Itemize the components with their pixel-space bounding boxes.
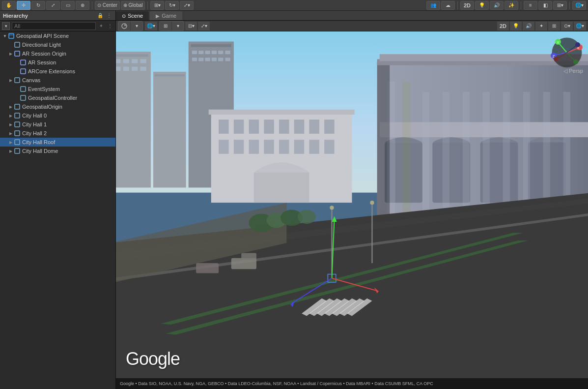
tree-item-ar-session-origin[interactable]: ▶ AR Session Origin — [0, 49, 115, 58]
svg-rect-52 — [324, 120, 334, 134]
tree-item-canvas[interactable]: ▶ Canvas — [0, 76, 115, 85]
snap-rotate-btn[interactable]: ↻▾ — [165, 1, 179, 10]
tree-icon-canvas — [14, 77, 21, 84]
grid-snap-btn[interactable]: ⊟▾ — [185, 22, 197, 30]
google-watermark: Google — [126, 349, 180, 369]
svg-point-112 — [330, 206, 334, 209]
scene-tab-icon: ⊙ — [122, 13, 126, 19]
svg-text:Y: Y — [557, 40, 560, 45]
viewport-area: ⊙ Scene ▶ Game ▾ 🌐▾ ⊞ — [116, 11, 588, 389]
scene-aspect-btn[interactable]: 🌐▾ — [574, 22, 586, 30]
hierarchy-search-icon-btn[interactable]: ▾ — [2, 22, 10, 30]
svg-rect-25 — [132, 67, 138, 71]
tree-item-geospatialorigin[interactable]: ▶ GeospatialOrigin — [0, 102, 115, 111]
transform-mode-btn[interactable]: ⊞ — [160, 22, 171, 30]
scene-fx-btn[interactable]: ✦ — [535, 22, 547, 30]
globe-overlay-btn[interactable]: 🌐▾ — [145, 22, 157, 30]
collab-btn[interactable]: 👥 — [426, 1, 440, 10]
tree-label-eventsystem: EventSystem — [28, 86, 60, 92]
scene-tab[interactable]: ⊙ Scene — [116, 11, 149, 20]
toolbar-sep-1 — [92, 1, 92, 9]
tree-item-eventsystem[interactable]: ▶ EventSystem — [0, 85, 115, 93]
svg-rect-44 — [209, 110, 355, 115]
hierarchy-search-input[interactable] — [12, 22, 96, 30]
tree-arrow-ar-origin: ▶ — [8, 51, 14, 57]
audio-btn[interactable]: 🔊 — [490, 1, 504, 10]
tree-item-geospatialcontroller[interactable]: ▶ GeospatialController — [0, 93, 115, 102]
snap-scale-btn[interactable]: ⤢▾ — [180, 1, 194, 10]
hierarchy-lock-btn[interactable]: 🔒 — [97, 12, 104, 19]
scale-tool-btn[interactable]: ⤢ — [46, 1, 60, 10]
tree-arrow-chdome: ▶ — [8, 148, 14, 154]
pivot-btn[interactable]: ⊙ Center — [95, 1, 120, 10]
overlay-btn[interactable]: ◧ — [538, 1, 552, 10]
shading-dropdown-btn[interactable]: ▾ — [131, 22, 142, 30]
shading-mode-btn[interactable] — [118, 22, 130, 30]
hand-tool-btn[interactable]: ✋ — [2, 1, 16, 10]
shading-group: ▾ — [118, 21, 143, 31]
cloud-btn[interactable]: ☁ — [441, 1, 455, 10]
global-btn[interactable]: ⊕ Global — [121, 1, 145, 10]
hierarchy-more-btn[interactable]: ⋮ — [106, 12, 112, 19]
svg-rect-6 — [15, 78, 20, 83]
svg-rect-30 — [191, 44, 231, 47]
viewport-tabs: ⊙ Scene ▶ Game — [116, 11, 588, 21]
tree-icon-ar-origin — [14, 50, 21, 57]
scene-toolbar-right: 2D 💡 🔊 ✦ ⊞ ⊙▾ 🌐▾ — [497, 22, 586, 30]
game-tab[interactable]: ▶ Game — [150, 11, 182, 20]
tree-item-city-hall-dome[interactable]: ▶ City Hall Dome — [0, 147, 115, 155]
lighting-btn[interactable]: 💡 — [475, 1, 489, 10]
effects-btn[interactable]: ✨ — [504, 1, 518, 10]
move-tool-btn[interactable]: ✛ — [17, 1, 30, 10]
scene-lighting-btn[interactable]: 💡 — [510, 22, 522, 30]
tree-label-canvas: Canvas — [22, 77, 40, 83]
svg-rect-39 — [205, 58, 210, 61]
viewport-size-btn[interactable]: ⤢▾ — [198, 22, 210, 30]
2d-btn[interactable]: 2D — [460, 1, 474, 10]
svg-point-137 — [575, 42, 580, 47]
svg-rect-32 — [198, 51, 203, 54]
scene-audio-btn[interactable]: 🔊 — [523, 22, 534, 30]
tree-label-dirlight: Directional Light — [22, 42, 61, 48]
svg-rect-110 — [196, 263, 219, 273]
svg-marker-119 — [332, 216, 337, 222]
top-toolbar: ✋ ✛ ↻ ⤢ ▭ ⊕ ⊙ Center ⊕ Global ⊞▾ ↻▾ ⤢▾ 👥… — [0, 0, 588, 11]
gizmos-btn[interactable]: ⊞▾ — [553, 1, 567, 10]
svg-rect-45 — [219, 120, 228, 134]
tree-item-city-hall-1[interactable]: ▶ City Hall 1 — [0, 120, 115, 129]
tree-arrow-geoorigin: ▶ — [8, 104, 14, 110]
viewport-canvas[interactable]: X Y Z — [116, 31, 588, 389]
hierarchy-more2-btn[interactable]: ⋮ — [107, 23, 113, 30]
tree-item-city-hall-roof[interactable]: ▶ City Hall Roof — [0, 138, 115, 147]
tree-item-city-hall-0[interactable]: ▶ City Hall 0 — [0, 111, 115, 120]
tree-icon-chroof — [14, 139, 21, 146]
svg-rect-2 — [15, 42, 20, 47]
tree-item-arcore-extensions[interactable]: ▶ ARCore Extensions — [0, 67, 115, 76]
svg-rect-33 — [205, 51, 210, 54]
svg-rect-18 — [116, 54, 148, 57]
2d-toggle-btn[interactable]: 2D — [497, 22, 509, 30]
scene-grid-btn[interactable]: ⊞ — [548, 22, 560, 30]
rect-tool-btn[interactable]: ▭ — [61, 1, 75, 10]
transform-tool-btn[interactable]: ⊕ — [76, 1, 89, 10]
scene-gizmos-btn[interactable]: ⊙▾ — [561, 22, 573, 30]
tree-item-ar-session[interactable]: ▶ AR Session — [0, 58, 115, 67]
transform-mode-dropdown[interactable]: ▾ — [172, 22, 184, 30]
tree-label-chdome: City Hall Dome — [22, 148, 58, 154]
hierarchy-add-btn[interactable]: + — [98, 23, 105, 30]
aspect-ratio-btn[interactable]: 🌐▾ — [572, 1, 586, 10]
svg-rect-14 — [15, 149, 20, 153]
tree-arrow-arcore: ▶ — [14, 68, 20, 74]
tree-item-directional-light[interactable]: ▶ Directional Light — [0, 40, 115, 49]
scene-gizmo[interactable]: X Y Z — [550, 35, 584, 70]
svg-rect-49 — [279, 120, 289, 134]
svg-point-107 — [298, 209, 316, 224]
tree-item-city-hall-2[interactable]: ▶ City Hall 2 — [0, 129, 115, 138]
snap-settings-btn[interactable]: ⊞▾ — [150, 1, 164, 10]
layers-btn[interactable]: ≡ — [524, 1, 537, 10]
attribution-bar: Google • Data SIO, NOAA, U.S. Navy, NGA,… — [116, 378, 588, 389]
rotate-tool-btn[interactable]: ↻ — [31, 1, 45, 10]
tree-item-geospatial-api-scene[interactable]: ▼ Geospatial API Scene — [0, 31, 115, 40]
svg-point-135 — [573, 60, 578, 64]
svg-point-114 — [370, 201, 374, 205]
